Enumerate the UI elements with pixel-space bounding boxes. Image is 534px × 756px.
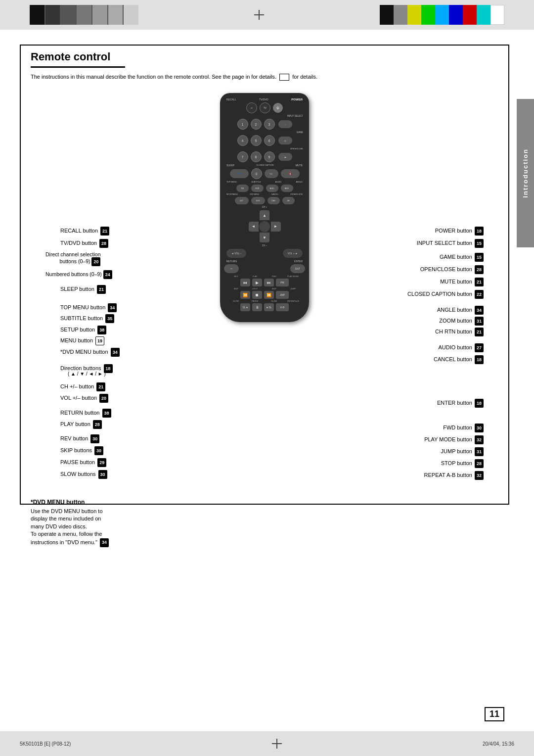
anno-numbered: Numbered buttons (0–9)24 [45,270,112,279]
fwd-btn[interactable]: ⏭ [264,279,274,286]
btn-7[interactable]: 7 [237,151,248,162]
enter-btn[interactable]: ENT [290,264,305,273]
playback-row-2: ⏪ ⏹ ⏩ JMP [224,291,305,299]
input-select-label: INPUT SELECT [224,115,305,117]
play-btn[interactable]: ▶ [252,279,262,286]
pause-btn[interactable]: ⏸ [252,303,262,311]
cc-label: CLOSED CAPTION [256,164,273,167]
setup-menu-btn[interactable]: SET [235,197,249,204]
row-123: 1 2 3 → [224,119,305,130]
play-label: PLAY [246,275,265,278]
btn-5[interactable]: 5 [251,135,262,146]
audio-btn[interactable]: AUD [266,185,278,192]
anno-play: PLAY button 28 [60,420,102,429]
slow-fwd-label: SLOW [265,300,284,302]
repeat-ab-btn[interactable]: A-B [276,303,289,311]
mute-btn[interactable]: 🔇 [281,169,300,178]
top-menu-btn[interactable]: TM [236,185,249,192]
footer-center [272,739,282,749]
ch-minus-label: CH – [224,244,305,247]
return-label: RETURN [226,260,237,263]
game-label: GAME [224,131,305,134]
input-select-btn[interactable]: → [278,120,292,128]
play-mode-label: PLAY MODE [284,275,303,278]
mute-label: MUTE [296,164,303,167]
right-btn[interactable]: ► [271,222,281,232]
subtitle-label: SUBTITLE [251,181,261,183]
zoom-ch-rtn-btn[interactable]: ZM [282,197,295,204]
slow-back-btn[interactable]: SL◄ [240,303,250,311]
anno-top-menu: TOP MENU button 34 [60,303,117,312]
cc-btn[interactable]: CC [265,169,278,178]
playback-row-1: ⏮ ▶ ⏭ PM [224,279,305,286]
setup-menu-label: SETUP/MENU [226,193,238,195]
left-btn[interactable]: ◄ [249,222,259,232]
subtitle-btn[interactable]: SUB [251,185,264,192]
anno-repeat-ab: REPEAT A-B button 32 [424,471,484,480]
btn-0[interactable]: 0 [251,168,262,179]
row-top: ↩ TV ⏻ [224,102,305,113]
intro-text: The instructions in this manual describe… [31,74,498,81]
angle-label: ANGLE [296,181,303,183]
skip-back-label: SKIP [226,287,246,290]
cancel-btn[interactable]: CAN [267,197,280,204]
vol-plus-btn[interactable]: VOL + ► [283,249,303,258]
anno-ch-rtn: CH RTN button 21 [435,328,484,336]
anno-rev: REV button 30 [60,434,99,443]
btn-1[interactable]: 1 [237,119,248,130]
tvdvd-btn[interactable]: TV [260,102,270,113]
return-btn[interactable]: ↩ [224,264,239,273]
stop-btn[interactable]: ⏹ [252,291,262,299]
btn-2[interactable]: 2 [251,119,262,130]
play-mode-btn[interactable]: PM [276,279,289,286]
btn-8[interactable]: 8 [251,151,262,162]
btn-9[interactable]: 9 [264,151,275,162]
ch-plus-btn[interactable]: ▲ [260,210,269,220]
anno-mute: MUTE button 21 [440,278,484,286]
page-ref-box [279,74,289,81]
skip-fwd-btn[interactable]: ⏩ [264,291,274,299]
top-menu-label: TOP MENU [226,181,237,183]
btn-3[interactable]: 3 [264,119,275,130]
anno-stop: STOP button 28 [441,459,484,468]
repeat-ab-label: REPEAT A–B [284,300,303,302]
anno-angle: ANGLE button 34 [437,306,484,315]
playback-row-3: SL◄ ⏸ ►SL A-B [224,303,305,311]
dvd-menu-btn[interactable]: DVD [251,197,265,204]
ch-label-mid [237,260,294,263]
tvdvd-label: TV/DVD [259,98,268,101]
skip-back-btn[interactable]: ⏪ [240,291,250,299]
footer-left: 5K50101B [E] (P08-12) [20,741,71,747]
anno-menu: MENU button 19 [60,336,104,345]
row-setup: SET DVD CAN ZM [224,197,305,204]
d-pad: ▲ ◄ ► ▼ [249,210,281,242]
game-btn[interactable]: ◎ [278,137,292,144]
page-number: 11 [485,707,504,721]
anno-play-mode: PLAY MODE button 32 [424,435,484,444]
anno-enter: ENTER button 18 [437,399,484,408]
recall-btn[interactable]: ↩ [246,102,257,113]
vol-minus-btn[interactable]: ◄ VOL – [226,249,246,258]
dvd-menu-label: DVD MENU [250,193,259,195]
sleep-btn[interactable]: 💤 [230,169,249,178]
btn-6[interactable]: 6 [264,135,275,146]
btn-4[interactable]: 4 [237,135,248,146]
row-return-enter: ↩ ENT [224,264,305,273]
slow-fwd-btn[interactable]: ►SL [264,303,274,311]
rev-label: REV [226,275,246,278]
anno-slow: SLOW buttons 30 [60,470,107,479]
pause-label: PAUSE [246,300,265,302]
section-box: Remote control The instructions in this … [20,45,509,505]
rev-btn[interactable]: ⏮ [240,279,250,286]
anno-closed-caption: CLOSED CAPTION button 22 [407,290,484,299]
recall-label: RECALL [226,98,236,101]
jump-btn[interactable]: JMP [276,291,289,299]
angle-btn[interactable]: ANG [281,185,293,192]
ch-minus-btn[interactable]: ▼ [260,233,269,242]
return-enter-labels: RETURN ENTER [224,260,305,263]
open-close-btn[interactable]: ⏏ [278,153,292,161]
power-btn[interactable]: ⏻ [273,103,283,113]
note-text: Use the DVD MENU button todisplay the me… [31,508,169,547]
slow-back-label: SLOW [226,300,246,302]
remote-control: RECALL TV/DVD POWER ↩ TV ⏻ INPUT SELECT [220,93,309,322]
